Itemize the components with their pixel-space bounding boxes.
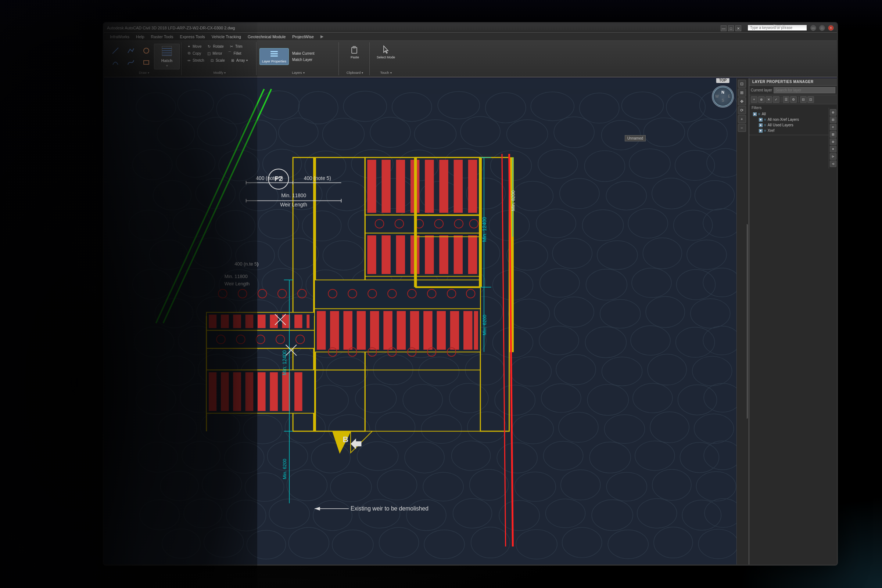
- trim-button[interactable]: ✂ Trim: [227, 43, 244, 50]
- scale-button[interactable]: ⊡ Scale: [207, 57, 227, 63]
- new-layer-vp-btn[interactable]: ⊕: [758, 96, 765, 103]
- pan-button[interactable]: ✥: [738, 98, 746, 105]
- svg-rect-286: [270, 372, 278, 411]
- panel-tool-1[interactable]: ⊕: [830, 109, 837, 116]
- svg-text:W: W: [715, 94, 719, 98]
- paste-icon: [351, 45, 359, 55]
- filter-xref[interactable]: ■ ≡ Xref: [751, 128, 835, 134]
- menu-infraworks[interactable]: InfraWorks: [107, 34, 132, 40]
- draw-group-label[interactable]: Draw: [108, 70, 180, 75]
- copy-button[interactable]: ⧉ Copy: [185, 50, 203, 57]
- match-layer-button[interactable]: Match Layer: [290, 57, 316, 62]
- paste-button[interactable]: Paste: [348, 43, 362, 61]
- move-button[interactable]: ✦ Move: [185, 43, 203, 50]
- svg-rect-9: [270, 53, 278, 54]
- new-layer-btn[interactable]: +: [751, 96, 757, 103]
- touch-tools: Select Mode: [373, 43, 399, 70]
- menu-vehicle-tracking[interactable]: Vehicle Tracking: [209, 34, 244, 40]
- layer-controls: Make Current Match Layer: [290, 51, 316, 62]
- cad-viewport[interactable]: TOP N S W E Unnamed: [104, 78, 748, 564]
- hatch-dropdown-arrow[interactable]: ▾: [166, 64, 168, 68]
- rotate-button[interactable]: ↻ Rotate: [205, 43, 225, 50]
- arc-button[interactable]: [108, 57, 122, 68]
- svg-rect-311: [410, 311, 419, 350]
- filter-non-xref-label: All non-Xref Layers: [768, 117, 799, 122]
- hatch-button[interactable]: Hatch ▾: [154, 44, 180, 69]
- ribbon-group-modify: ✦ Move ↻ Rotate ✂ Trim ⧉ Copy: [183, 42, 257, 75]
- filter-used-icon: ≡: [764, 123, 766, 127]
- select-mode-button[interactable]: Select Mode: [374, 43, 397, 61]
- svg-rect-240: [396, 160, 405, 213]
- zoom-extents-button[interactable]: ⊡: [738, 80, 746, 88]
- mirror-button[interactable]: ◫ Mirror: [204, 50, 224, 57]
- layer-settings-btn[interactable]: ⚙: [790, 96, 797, 103]
- svg-rect-261: [468, 236, 477, 274]
- zoom-window-button[interactable]: ⊞: [738, 88, 746, 97]
- viewport-minimize-button[interactable]: —: [721, 26, 727, 31]
- panel-tool-5[interactable]: ⊗: [830, 138, 837, 145]
- panel-tool-3[interactable]: ≡: [830, 124, 837, 130]
- set-current-btn[interactable]: ✓: [773, 96, 780, 103]
- menu-extra[interactable]: ▶: [317, 33, 326, 40]
- orbit-button[interactable]: ⟳: [738, 106, 746, 114]
- close-button[interactable]: ✕: [828, 25, 834, 31]
- layer-properties-button[interactable]: Layer Properties: [260, 48, 289, 65]
- panel-tool-7[interactable]: ⊳: [830, 153, 837, 160]
- clipboard-group-label[interactable]: Clipboard: [342, 70, 368, 75]
- svg-line-0: [113, 48, 118, 54]
- array-button[interactable]: ⊞ Array ▾: [228, 57, 249, 63]
- svg-rect-245: [468, 160, 477, 213]
- fillet-button[interactable]: ⌒ Fillet: [225, 50, 243, 57]
- layer-states-btn[interactable]: ☰: [783, 96, 789, 103]
- top-view-button[interactable]: TOP: [716, 78, 729, 83]
- zoom-in-button[interactable]: +: [738, 115, 746, 123]
- polyline-button[interactable]: [124, 45, 138, 56]
- layers-group-label[interactable]: Layers: [260, 70, 337, 75]
- label-min-11800-top: Min. 11800: [281, 193, 306, 198]
- zoom-out-button[interactable]: −: [738, 124, 746, 132]
- minimize-button[interactable]: —: [810, 25, 816, 31]
- label-min-11800-lower: Min. 11800: [225, 274, 248, 279]
- maximize-button[interactable]: □: [819, 25, 825, 31]
- svg-rect-281: [209, 372, 217, 411]
- menu-projectwise[interactable]: ProjectWise: [289, 34, 317, 40]
- circle-button[interactable]: [139, 45, 153, 56]
- line-button[interactable]: [108, 45, 122, 56]
- svg-rect-255: [382, 236, 391, 274]
- layer-table-btn[interactable]: ⊟: [800, 96, 807, 103]
- polyline-icon: [127, 46, 135, 55]
- viewport-maximize-button[interactable]: □: [728, 26, 734, 31]
- menu-express-tools[interactable]: Express Tools: [177, 34, 208, 40]
- panel-tool-6[interactable]: ✦: [830, 146, 837, 152]
- compass[interactable]: N S W E: [712, 86, 734, 108]
- spline-button[interactable]: [124, 57, 138, 68]
- signin-label[interactable]: Sign In: [773, 24, 785, 28]
- stretch-button[interactable]: ⇔ Stretch: [185, 57, 206, 63]
- menu-help[interactable]: Help: [133, 34, 147, 40]
- svg-rect-10: [270, 56, 278, 57]
- rect-button[interactable]: [139, 57, 153, 68]
- menu-geotechnical[interactable]: Geotechnical Module: [245, 34, 288, 40]
- layer-search-input[interactable]: [774, 87, 835, 93]
- array-dropdown[interactable]: ▾: [246, 59, 248, 62]
- svg-rect-266: [245, 314, 254, 328]
- viewport-close-button[interactable]: ✕: [735, 26, 741, 31]
- label-weir-length-lower: Weir Length: [225, 281, 249, 286]
- filter-non-xref[interactable]: ■ ≡ All non-Xref Layers: [751, 117, 835, 122]
- panel-tool-8[interactable]: ⊲: [830, 160, 837, 167]
- panel-tool-4[interactable]: ⊠: [830, 131, 837, 138]
- label-400-note5-2: 400 (note 5): [304, 176, 331, 181]
- filter-all[interactable]: ■ ≡ All: [751, 111, 835, 117]
- panel-tool-2[interactable]: ⊞: [830, 116, 837, 123]
- make-current-button[interactable]: Make Current: [290, 51, 316, 56]
- filter-non-xref-icon: ≡: [764, 117, 766, 122]
- delete-layer-btn[interactable]: ✕: [765, 96, 772, 103]
- layer-filter-btn[interactable]: ⊡: [807, 96, 814, 103]
- touch-group-label[interactable]: Touch: [373, 70, 399, 75]
- menu-raster-tools[interactable]: Raster Tools: [148, 34, 176, 40]
- trim-icon: ✂: [229, 44, 234, 49]
- filter-used-layers[interactable]: ■ ≡ All Used Layers: [751, 122, 835, 128]
- modify-group-label[interactable]: Modify: [185, 70, 255, 75]
- filter-used-label: All Used Layers: [768, 123, 793, 127]
- svg-rect-271: [307, 314, 310, 328]
